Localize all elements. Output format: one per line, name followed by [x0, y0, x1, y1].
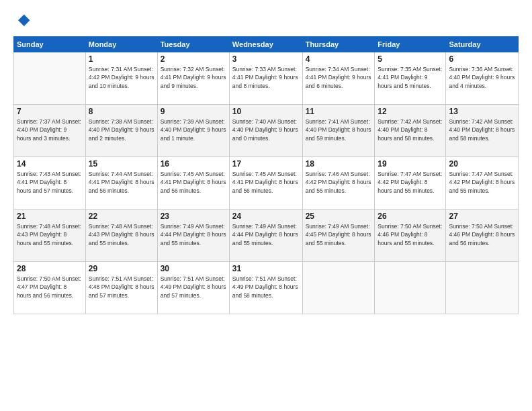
day-info: Sunrise: 7:36 AM Sunset: 4:40 PM Dayligh… [449, 65, 515, 90]
day-info: Sunrise: 7:46 AM Sunset: 4:42 PM Dayligh… [306, 170, 372, 195]
day-cell: 17Sunrise: 7:45 AM Sunset: 4:41 PM Dayli… [229, 157, 302, 210]
logo-icon [13, 12, 32, 31]
week-row-1: 1Sunrise: 7:31 AM Sunset: 4:42 PM Daylig… [14, 52, 519, 105]
day-info: Sunrise: 7:35 AM Sunset: 4:41 PM Dayligh… [378, 65, 443, 90]
day-cell: 21Sunrise: 7:48 AM Sunset: 4:43 PM Dayli… [14, 210, 86, 262]
day-number: 11 [306, 107, 372, 116]
day-info: Sunrise: 7:49 AM Sunset: 4:45 PM Dayligh… [306, 222, 372, 247]
day-cell: 20Sunrise: 7:47 AM Sunset: 4:42 PM Dayli… [446, 157, 519, 210]
day-number: 13 [449, 107, 515, 116]
day-cell: 9Sunrise: 7:39 AM Sunset: 4:40 PM Daylig… [157, 105, 229, 157]
day-number: 14 [17, 159, 83, 169]
day-number: 20 [449, 159, 515, 169]
day-number: 24 [232, 212, 300, 221]
week-row-5: 28Sunrise: 7:50 AM Sunset: 4:47 PM Dayli… [14, 262, 519, 314]
day-number: 19 [378, 159, 443, 169]
day-info: Sunrise: 7:41 AM Sunset: 4:40 PM Dayligh… [306, 118, 372, 142]
day-cell: 22Sunrise: 7:48 AM Sunset: 4:43 PM Dayli… [85, 210, 157, 262]
day-info: Sunrise: 7:47 AM Sunset: 4:42 PM Dayligh… [449, 170, 515, 195]
day-info: Sunrise: 7:31 AM Sunset: 4:42 PM Dayligh… [89, 65, 154, 90]
day-number: 10 [232, 107, 300, 116]
day-number: 25 [306, 212, 372, 221]
day-info: Sunrise: 7:40 AM Sunset: 4:40 PM Dayligh… [232, 118, 300, 142]
day-info: Sunrise: 7:45 AM Sunset: 4:41 PM Dayligh… [161, 170, 226, 195]
day-cell: 8Sunrise: 7:38 AM Sunset: 4:40 PM Daylig… [85, 105, 157, 157]
day-info: Sunrise: 7:38 AM Sunset: 4:40 PM Dayligh… [89, 118, 154, 142]
day-number: 9 [161, 107, 226, 116]
col-header-friday: Friday [375, 37, 446, 52]
day-cell: 1Sunrise: 7:31 AM Sunset: 4:42 PM Daylig… [85, 52, 157, 105]
day-number: 28 [17, 264, 83, 273]
day-number: 23 [161, 212, 226, 221]
day-info: Sunrise: 7:49 AM Sunset: 4:44 PM Dayligh… [161, 222, 226, 247]
col-header-wednesday: Wednesday [229, 37, 302, 52]
col-header-monday: Monday [85, 37, 157, 52]
day-number: 27 [449, 212, 515, 221]
day-cell: 31Sunrise: 7:51 AM Sunset: 4:49 PM Dayli… [229, 262, 302, 314]
week-row-2: 7Sunrise: 7:37 AM Sunset: 4:40 PM Daylig… [14, 105, 519, 157]
day-number: 31 [232, 264, 300, 273]
day-info: Sunrise: 7:37 AM Sunset: 4:40 PM Dayligh… [17, 118, 83, 142]
day-cell: 18Sunrise: 7:46 AM Sunset: 4:42 PM Dayli… [302, 157, 375, 210]
day-info: Sunrise: 7:42 AM Sunset: 4:40 PM Dayligh… [378, 118, 443, 142]
day-number: 15 [89, 159, 154, 169]
col-header-saturday: Saturday [446, 37, 519, 52]
day-cell: 28Sunrise: 7:50 AM Sunset: 4:47 PM Dayli… [14, 262, 86, 314]
col-header-sunday: Sunday [14, 37, 86, 52]
calendar-table: SundayMondayTuesdayWednesdayThursdayFrid… [13, 36, 519, 314]
day-number: 29 [89, 264, 154, 273]
day-cell: 13Sunrise: 7:42 AM Sunset: 4:40 PM Dayli… [446, 105, 519, 157]
day-info: Sunrise: 7:45 AM Sunset: 4:41 PM Dayligh… [232, 170, 300, 195]
day-number: 1 [89, 54, 154, 64]
day-info: Sunrise: 7:33 AM Sunset: 4:41 PM Dayligh… [232, 65, 300, 90]
day-number: 8 [89, 107, 154, 116]
day-number: 12 [378, 107, 443, 116]
day-info: Sunrise: 7:51 AM Sunset: 4:49 PM Dayligh… [161, 275, 226, 300]
day-number: 5 [378, 54, 443, 64]
week-row-4: 21Sunrise: 7:48 AM Sunset: 4:43 PM Dayli… [14, 210, 519, 262]
day-cell: 6Sunrise: 7:36 AM Sunset: 4:40 PM Daylig… [446, 52, 519, 105]
day-info: Sunrise: 7:48 AM Sunset: 4:43 PM Dayligh… [17, 222, 83, 247]
day-cell [375, 262, 446, 314]
day-info: Sunrise: 7:50 AM Sunset: 4:46 PM Dayligh… [378, 222, 443, 247]
day-number: 22 [89, 212, 154, 221]
day-info: Sunrise: 7:32 AM Sunset: 4:41 PM Dayligh… [161, 65, 226, 90]
day-info: Sunrise: 7:47 AM Sunset: 4:42 PM Dayligh… [378, 170, 443, 195]
day-info: Sunrise: 7:34 AM Sunset: 4:41 PM Dayligh… [306, 65, 372, 90]
day-number: 2 [161, 54, 226, 64]
day-cell: 11Sunrise: 7:41 AM Sunset: 4:40 PM Dayli… [302, 105, 375, 157]
day-info: Sunrise: 7:50 AM Sunset: 4:46 PM Dayligh… [449, 222, 515, 247]
col-header-tuesday: Tuesday [157, 37, 229, 52]
day-cell: 27Sunrise: 7:50 AM Sunset: 4:46 PM Dayli… [446, 210, 519, 262]
day-cell: 23Sunrise: 7:49 AM Sunset: 4:44 PM Dayli… [157, 210, 229, 262]
day-cell: 5Sunrise: 7:35 AM Sunset: 4:41 PM Daylig… [375, 52, 446, 105]
day-number: 21 [17, 212, 83, 221]
day-cell [302, 262, 375, 314]
day-cell: 25Sunrise: 7:49 AM Sunset: 4:45 PM Dayli… [302, 210, 375, 262]
day-info: Sunrise: 7:43 AM Sunset: 4:41 PM Dayligh… [17, 170, 83, 195]
day-number: 6 [449, 54, 515, 64]
header-row: SundayMondayTuesdayWednesdayThursdayFrid… [14, 37, 519, 52]
day-info: Sunrise: 7:51 AM Sunset: 4:48 PM Dayligh… [89, 275, 154, 300]
day-info: Sunrise: 7:39 AM Sunset: 4:40 PM Dayligh… [161, 118, 226, 142]
day-number: 30 [161, 264, 226, 273]
day-info: Sunrise: 7:44 AM Sunset: 4:41 PM Dayligh… [89, 170, 154, 195]
day-number: 26 [378, 212, 443, 221]
day-cell: 10Sunrise: 7:40 AM Sunset: 4:40 PM Dayli… [229, 105, 302, 157]
header [13, 12, 519, 31]
day-cell [446, 262, 519, 314]
day-cell: 7Sunrise: 7:37 AM Sunset: 4:40 PM Daylig… [14, 105, 86, 157]
day-cell [14, 52, 86, 105]
day-info: Sunrise: 7:50 AM Sunset: 4:47 PM Dayligh… [17, 275, 83, 300]
day-number: 7 [17, 107, 83, 116]
col-header-thursday: Thursday [302, 37, 375, 52]
day-info: Sunrise: 7:48 AM Sunset: 4:43 PM Dayligh… [89, 222, 154, 247]
day-number: 3 [232, 54, 300, 64]
day-cell: 2Sunrise: 7:32 AM Sunset: 4:41 PM Daylig… [157, 52, 229, 105]
day-info: Sunrise: 7:42 AM Sunset: 4:40 PM Dayligh… [449, 118, 515, 142]
day-cell: 29Sunrise: 7:51 AM Sunset: 4:48 PM Dayli… [85, 262, 157, 314]
day-info: Sunrise: 7:49 AM Sunset: 4:44 PM Dayligh… [232, 222, 300, 247]
logo [13, 12, 35, 31]
day-number: 18 [306, 159, 372, 169]
day-cell: 12Sunrise: 7:42 AM Sunset: 4:40 PM Dayli… [375, 105, 446, 157]
